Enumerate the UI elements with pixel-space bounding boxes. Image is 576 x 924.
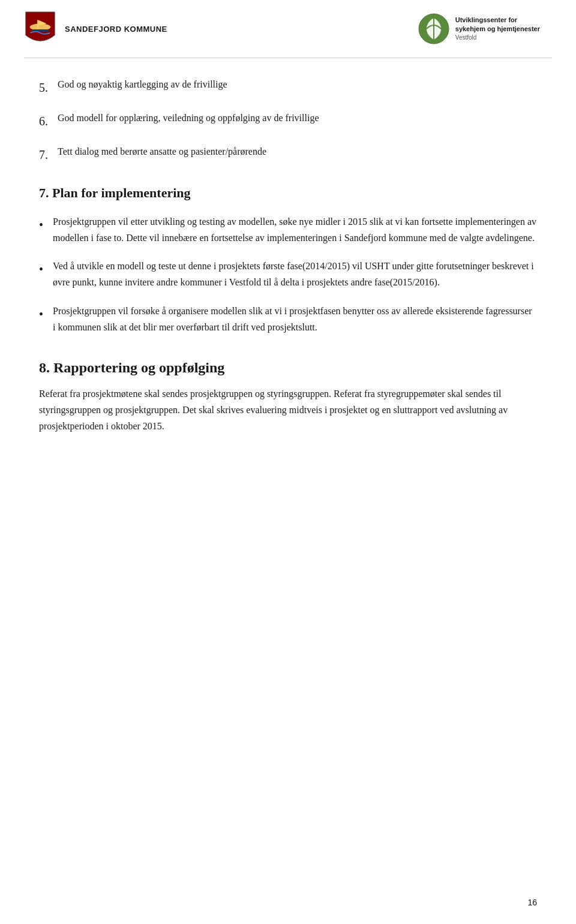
page-container: SANDEFJORD KOMMUNE Utviklingssenter for …	[0, 0, 576, 924]
bullet-5-label: 5.	[39, 77, 48, 98]
usht-text: Utviklingssenter for sykehjem og hjemtje…	[455, 16, 540, 43]
section7-bullet-2-text: Ved å utvikle en modell og teste ut denn…	[53, 258, 537, 290]
section8-body-text: Referat fra prosjektmøtene skal sendes p…	[39, 386, 537, 435]
bullet-7-label: 7.	[39, 145, 48, 165]
coat-of-arms-icon	[24, 11, 56, 47]
header: SANDEFJORD KOMMUNE Utviklingssenter for …	[0, 0, 576, 58]
section7-bullet-3: • Prosjektgruppen vil forsøke å organise…	[39, 303, 537, 335]
bullet-7-text: Tett dialog med berørte ansatte og pasie…	[58, 143, 537, 159]
section7-bullet-3-text: Prosjektgruppen vil forsøke å organisere…	[53, 303, 537, 335]
svg-rect-3	[31, 29, 49, 32]
list-item-6: 6. God modell for opplæring, veiledning …	[39, 110, 537, 131]
usht-line1: Utviklingssenter for	[455, 16, 540, 25]
section7-bullet-1-text: Prosjektgruppen vil etter utvikling og t…	[53, 213, 537, 246]
section7-bullet-2: • Ved å utvikle en modell og teste ut de…	[39, 258, 537, 290]
bullet-6-label: 6.	[39, 111, 48, 131]
section7-bullet-1: • Prosjektgruppen vil etter utvikling og…	[39, 213, 537, 246]
section-8-heading: 8. Rapportering og oppfølging	[39, 358, 537, 378]
org-name: SANDEFJORD KOMMUNE	[65, 25, 167, 34]
usht-logo-block: Utviklingssenter for sykehjem og hjemtje…	[418, 13, 540, 44]
bullet-dot-2: •	[39, 259, 43, 279]
usht-location: Vestfold	[455, 34, 540, 42]
list-item-5: 5. God og nøyaktig kartlegging av de fri…	[39, 76, 537, 98]
usht-icon	[418, 13, 449, 44]
page-number: 16	[527, 898, 537, 907]
bullet-dot-3: •	[39, 304, 43, 324]
list-item-7: 7. Tett dialog med berørte ansatte og pa…	[39, 143, 537, 165]
header-left: SANDEFJORD KOMMUNE	[24, 11, 167, 47]
bullet-6-text: God modell for opplæring, veiledning og …	[58, 110, 537, 126]
bullet-dot-1: •	[39, 215, 43, 235]
main-content: 5. God og nøyaktig kartlegging av de fri…	[0, 58, 576, 470]
usht-line2: sykehjem og hjemtjenester	[455, 25, 540, 34]
svg-rect-1	[37, 20, 38, 29]
bullet-5-text: God og nøyaktig kartlegging av de frivil…	[58, 76, 537, 92]
section-7-heading: 7. Plan for implementering	[39, 184, 537, 203]
